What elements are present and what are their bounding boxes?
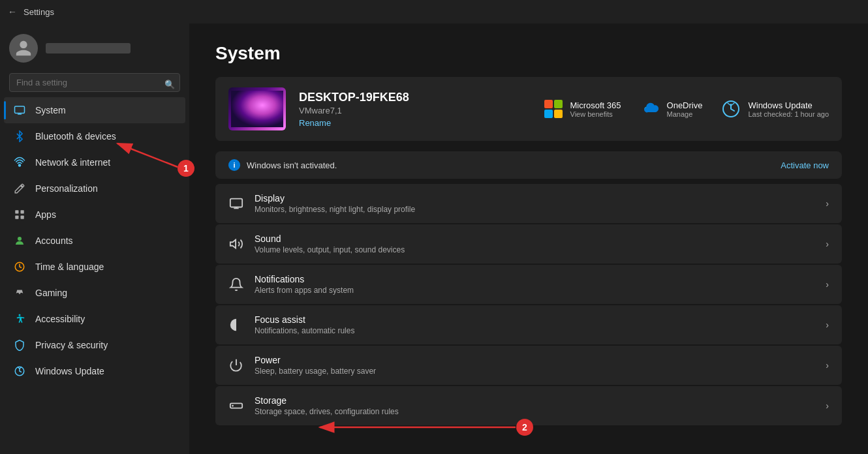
winupdate-quick-sub: Last checked: 1 hour ago <box>748 110 829 118</box>
accounts-icon <box>13 234 26 247</box>
storage-title: Storage <box>255 395 815 406</box>
notifications-text: Notifications Alerts from apps and syste… <box>255 274 815 295</box>
sound-icon <box>228 236 244 252</box>
info-icon: i <box>228 159 240 171</box>
personalization-icon <box>13 182 26 195</box>
display-title: Display <box>255 193 815 204</box>
device-card: DESKTOP-19FKE68 VMware7,1 Rename <box>215 77 842 141</box>
back-button[interactable]: ← <box>8 7 17 17</box>
user-profile[interactable] <box>0 23 189 70</box>
svg-rect-6 <box>15 216 18 219</box>
svg-point-8 <box>18 237 22 241</box>
search-input[interactable] <box>9 73 180 92</box>
device-apps: Microsoft 365 View benefits OneDrive <box>543 98 829 119</box>
settings-item-notifications[interactable]: Notifications Alerts from apps and syste… <box>215 265 842 304</box>
device-name: DESKTOP-19FKE68 <box>299 91 530 104</box>
sidebar-label-personalization: Personalization <box>35 183 98 194</box>
time-icon <box>13 260 26 273</box>
person-icon <box>14 39 33 57</box>
settings-list: Display Monitors, brightness, night ligh… <box>215 184 842 425</box>
sidebar-item-system[interactable]: System <box>4 97 185 123</box>
sidebar-label-accessibility: Accessibility <box>35 314 85 324</box>
focus-chevron: › <box>826 320 829 330</box>
display-icon <box>228 196 244 211</box>
system-icon <box>13 104 26 117</box>
settings-item-focus[interactable]: Focus assist Notifications, automatic ru… <box>215 305 842 344</box>
sidebar-label-gaming: Gaming <box>35 288 67 298</box>
sidebar-item-network[interactable]: Network & internet <box>4 149 185 175</box>
storage-icon <box>228 398 244 414</box>
sidebar-item-personalization[interactable]: Personalization <box>4 175 185 202</box>
sidebar-item-accessibility[interactable]: Accessibility <box>4 306 185 332</box>
onedrive-app-link[interactable]: OneDrive Manage <box>640 98 703 119</box>
sidebar-item-accounts[interactable]: Accounts <box>4 228 185 254</box>
bluetooth-icon <box>13 130 26 143</box>
svg-marker-19 <box>230 240 236 249</box>
network-icon <box>13 156 26 169</box>
svg-point-11 <box>21 292 22 294</box>
ms365-name: Microsoft 365 <box>570 100 621 110</box>
onedrive-info: OneDrive Manage <box>667 100 703 118</box>
avatar <box>9 34 38 63</box>
winupdate-quick-link[interactable]: Windows Update Last checked: 1 hour ago <box>721 98 829 119</box>
storage-sub: Storage space, drives, configuration rul… <box>255 407 815 416</box>
activation-bar: i Windows isn't activated. Activate now <box>215 151 842 179</box>
search-container: 🔍 <box>0 70 189 97</box>
focus-icon <box>228 317 244 333</box>
winupdate-quick-info: Windows Update Last checked: 1 hour ago <box>748 100 829 118</box>
notifications-sub: Alerts from apps and system <box>255 286 815 295</box>
device-thumbnail-image <box>231 91 283 127</box>
svg-rect-0 <box>15 106 25 113</box>
accessibility-icon <box>13 312 26 325</box>
focus-sub: Notifications, automatic rules <box>255 326 815 335</box>
activation-text: Windows isn't activated. <box>247 160 337 170</box>
sidebar-item-apps[interactable]: Apps <box>4 202 185 228</box>
notifications-chevron: › <box>826 279 829 290</box>
focus-text: Focus assist Notifications, automatic ru… <box>255 314 815 335</box>
sidebar: 🔍 System Bluetooth & devices Network & i… <box>0 23 189 454</box>
power-text: Power Sleep, battery usage, battery save… <box>255 355 815 376</box>
sound-text: Sound Volume levels, output, input, soun… <box>255 234 815 254</box>
sidebar-item-bluetooth[interactable]: Bluetooth & devices <box>4 123 185 149</box>
svg-rect-16 <box>230 199 242 207</box>
sidebar-label-time: Time & language <box>35 262 104 272</box>
onedrive-icon <box>640 98 660 119</box>
svg-rect-7 <box>21 216 24 219</box>
user-name <box>46 43 131 53</box>
display-chevron: › <box>826 198 829 209</box>
title-bar: ← Settings <box>0 0 868 23</box>
ms365-info: Microsoft 365 View benefits <box>570 100 621 118</box>
svg-point-10 <box>17 292 18 294</box>
power-title: Power <box>255 355 815 365</box>
winupdate-quick-icon <box>721 98 741 119</box>
ms365-sub: View benefits <box>570 110 621 118</box>
display-sub: Monitors, brightness, night light, displ… <box>255 205 815 214</box>
power-icon <box>228 357 244 373</box>
device-sub: VMware7,1 <box>299 106 530 115</box>
activate-now-button[interactable]: Activate now <box>781 160 829 170</box>
sidebar-label-windows-update: Windows Update <box>35 366 104 376</box>
power-chevron: › <box>826 360 829 371</box>
device-rename-link[interactable]: Rename <box>299 118 530 128</box>
sidebar-label-privacy: Privacy & security <box>35 340 108 350</box>
ms365-app-link[interactable]: Microsoft 365 View benefits <box>543 98 621 119</box>
sidebar-item-gaming[interactable]: Gaming <box>4 280 185 306</box>
sidebar-label-apps: Apps <box>35 209 56 220</box>
settings-item-storage[interactable]: Storage Storage space, drives, configura… <box>215 386 842 425</box>
sidebar-item-time[interactable]: Time & language <box>4 254 185 280</box>
apps-icon <box>13 208 26 221</box>
sidebar-item-privacy[interactable]: Privacy & security <box>4 332 185 358</box>
privacy-icon <box>13 339 26 352</box>
device-info: DESKTOP-19FKE68 VMware7,1 Rename <box>299 91 530 128</box>
settings-item-display[interactable]: Display Monitors, brightness, night ligh… <box>215 184 842 223</box>
gaming-icon <box>13 286 26 299</box>
search-button[interactable]: 🔍 <box>164 79 175 89</box>
sidebar-item-windows-update[interactable]: Windows Update <box>4 358 185 384</box>
settings-item-power[interactable]: Power Sleep, battery usage, battery save… <box>215 346 842 385</box>
svg-rect-4 <box>15 210 18 213</box>
ms365-icon <box>543 98 564 119</box>
settings-item-sound[interactable]: Sound Volume levels, output, input, soun… <box>215 224 842 264</box>
svg-rect-5 <box>21 210 24 213</box>
onedrive-name: OneDrive <box>667 100 703 110</box>
app-title: Settings <box>23 7 54 17</box>
